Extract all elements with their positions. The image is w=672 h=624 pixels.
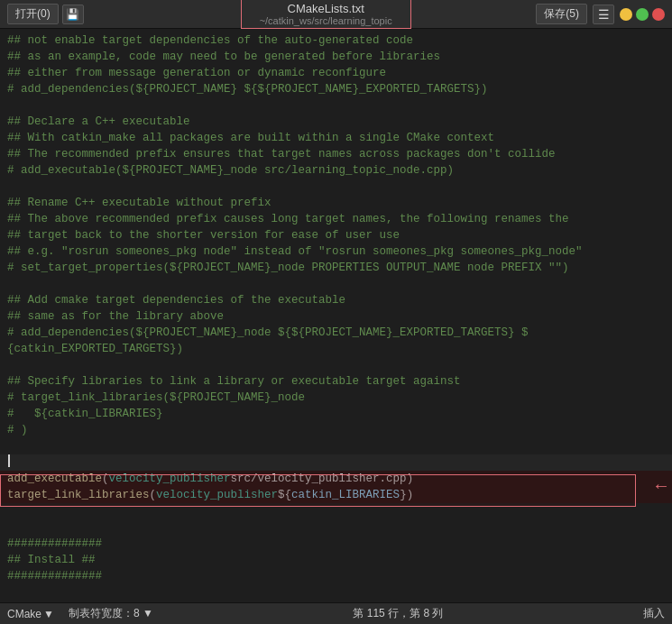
titlebar-center: CMakeLists.txt ~/catkin_ws/src/learning_…	[115, 0, 536, 29]
code-line: # ${catkin_LIBRARIES}	[0, 406, 672, 422]
code-line: # add_dependencies(${PROJECT_NAME} ${${P…	[0, 81, 672, 97]
code-line: ## The above recommended prefix causes l…	[0, 211, 672, 227]
code-line: ##############	[0, 536, 672, 552]
code-line: # add_executable(${PROJECT_NAME}_node sr…	[0, 162, 672, 179]
window-controls	[620, 8, 665, 21]
tab-width-arrow: ▼	[143, 607, 153, 619]
editor: ## not enable target dependencies of the…	[0, 29, 672, 602]
language-label: CMake	[7, 608, 41, 620]
code-line: # all install targets should use catkin …	[0, 601, 672, 602]
file-name: CMakeLists.txt	[260, 2, 392, 15]
maximize-button[interactable]	[636, 8, 649, 21]
code-line	[0, 503, 672, 519]
code-line: ## Add cmake target dependencies of the …	[0, 292, 672, 308]
code-line: {catkin_EXPORTED_TARGETS})	[0, 341, 672, 357]
code-line	[0, 519, 672, 536]
code-line	[0, 357, 672, 373]
close-button[interactable]	[652, 8, 665, 21]
code-line: ##############	[0, 568, 672, 584]
language-selector[interactable]: CMake ▼	[7, 608, 54, 620]
code-line: add_executable(velocity_publisher src/ve…	[0, 471, 672, 487]
code-line: ## Install ##	[0, 552, 672, 568]
code-line: ## either from message generation or dyn…	[0, 65, 672, 81]
code-line	[0, 584, 672, 601]
code-container: ## not enable target dependencies of the…	[0, 32, 672, 602]
status-bar: CMake ▼ 制表符宽度：8 ▼ 第 115 行，第 8 列 插入	[0, 602, 672, 624]
code-line: # add_dependencies(${PROJECT_NAME}_node …	[0, 325, 672, 341]
code-line: ## Rename C++ executable without prefix	[0, 195, 672, 211]
code-line: ## The recommended prefix ensures that t…	[0, 146, 672, 162]
file-title-box: CMakeLists.txt ~/catkin_ws/src/learning_…	[241, 0, 411, 29]
cursor-position: 第 115 行，第 8 列	[168, 606, 629, 621]
code-line	[0, 179, 672, 195]
code-line	[0, 454, 672, 471]
code-line: ## target back to the shorter version fo…	[0, 227, 672, 243]
code-line: target_link_libraries(velocity_publisher…	[0, 487, 672, 503]
language-arrow: ▼	[43, 608, 54, 620]
code-line	[0, 438, 672, 454]
red-arrow-annotation: ←	[656, 476, 667, 497]
code-line: ## e.g. "rosrun someones_pkg node" inste…	[0, 243, 672, 260]
title-bar: 打开(0) 💾 CMakeLists.txt ~/catkin_ws/src/l…	[0, 0, 672, 29]
code-line: ## as an example, code may need to be ge…	[0, 49, 672, 65]
code-line: ## Specify libraries to link a library o…	[0, 373, 672, 390]
tab-width-label: 制表符宽度：8	[69, 607, 140, 619]
code-line	[0, 276, 672, 292]
open-button[interactable]: 打开(0)	[7, 4, 59, 24]
code-line: # set_target_properties(${PROJECT_NAME}_…	[0, 260, 672, 276]
save-icon: 💾	[66, 8, 79, 21]
code-line: ## With catkin_make all packages are bui…	[0, 130, 672, 146]
file-path: ~/catkin_ws/src/learning_topic	[260, 15, 392, 26]
save-button[interactable]: 保存(5)	[536, 4, 587, 24]
code-line: # target_link_libraries(${PROJECT_NAME}_…	[0, 390, 672, 406]
code-line: ## same as for the library above	[0, 308, 672, 325]
code-line: ## Declare a C++ executable	[0, 114, 672, 130]
minimize-button[interactable]	[620, 8, 632, 21]
titlebar-left: 打开(0) 💾	[7, 4, 115, 24]
code-line	[0, 97, 672, 114]
menu-button[interactable]: ☰	[593, 5, 614, 24]
insert-mode[interactable]: 插入	[643, 606, 665, 621]
save-icon-button[interactable]: 💾	[62, 5, 84, 24]
code-line: # )	[0, 422, 672, 438]
tab-width-selector[interactable]: 制表符宽度：8 ▼	[69, 606, 153, 621]
titlebar-right: 保存(5) ☰	[536, 4, 665, 24]
code-line: ## not enable target dependencies of the…	[0, 32, 672, 49]
